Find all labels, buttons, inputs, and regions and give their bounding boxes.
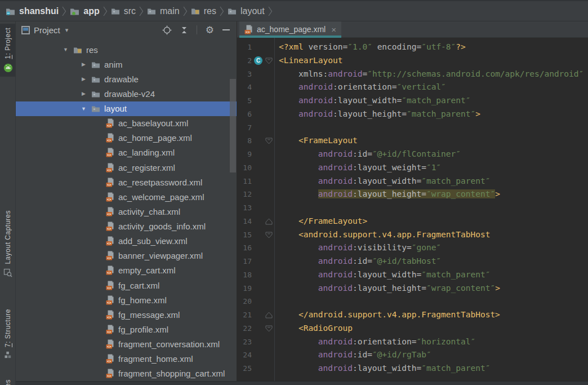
tree-item-fragment-shopping-cart-xml[interactable]: <>fragment_shopping_cart.xml [16,366,237,381]
tab-ac-home-page-xml[interactable]: <> ac_home_page.xml × [239,21,341,37]
code-line-16[interactable]: 16 android:visibility=″gone″ [237,241,588,255]
tree-item-fg-message-xml[interactable]: <>fg_message.xml [16,307,237,322]
xml-file-icon: <> [106,310,114,320]
tree-item-anim[interactable]: ▶anim [16,57,237,72]
tool-stripe-tab-es[interactable]: es [0,375,16,385]
tree-item-fg-cart-xml[interactable]: <>fg_cart.xml [16,278,237,293]
tool-stripe-tab-7-structure[interactable]: 7: Structure [0,305,16,362]
tree-item-fg-profile-xml[interactable]: <>fg_profile.xml [16,322,237,337]
tree-item-drawable-v24[interactable]: ▶drawable-v24 [16,86,237,101]
code-line-23[interactable]: 23 android:orientation=″horizontal″ [237,335,588,349]
code-line-8[interactable]: 8 <FrameLayout [237,134,588,148]
fold-open-icon[interactable] [265,57,273,64]
close-icon[interactable]: × [331,25,336,34]
chevron-collapsed-icon[interactable]: ▶ [80,61,87,67]
tree-item-fg-home-xml[interactable]: <>fg_home.xml [16,293,237,307]
tool-stripe-tab-layout-captures[interactable]: Layout Captures [0,206,16,281]
tree-item-label: fragment_home.xml [118,354,193,364]
tree-item-label: anim [104,60,123,69]
tree-item-drawable[interactable]: ▶drawable [16,72,237,86]
chevron-collapsed-icon[interactable]: ▶ [80,91,87,96]
code-line-15[interactable]: 15 <android.support.v4.app.FragmentTabHo… [237,228,588,242]
tree-item-add-sub-view-xml[interactable]: <>add_sub_view.xml [16,234,237,249]
tree-item-ac-resetpassword-xml[interactable]: <>ac_resetpassword.xml [16,175,237,189]
chevron-expanded-icon[interactable]: ▼ [62,47,69,52]
tree-item-ac-home-page-xml[interactable]: <>ac_home_page.xml [16,131,237,145]
code-line-6[interactable]: 6 android:layout_height=″match_parent″> [237,108,588,121]
locate-icon[interactable] [162,25,172,35]
folder-icon [91,105,100,112]
breadcrumb-item-src[interactable]: src [111,6,136,16]
breadcrumb-item-main[interactable]: main [147,6,180,16]
tree-item-ac-landing-xml[interactable]: <>ac_landing.xml [16,145,237,160]
chevron-down-icon[interactable]: ▾ [65,26,69,34]
code-line-5[interactable]: 5 android:layout_width=″match_parent″ [237,94,588,108]
breadcrumb-item-res[interactable]: res [191,6,216,16]
code-line-18[interactable]: 18 android:layout_width=″match_parent″ [237,268,588,282]
line-number: 8 [237,134,252,148]
breadcrumb-separator-icon [103,6,108,17]
code-line-20[interactable]: 20 [237,295,588,308]
tree-item-empty-cart-xml[interactable]: <>empty_cart.xml [16,263,237,278]
tree-item-res[interactable]: ▼res [16,42,237,57]
tree-item-ac-baselayout-xml[interactable]: <>ac_baselayout.xml [16,116,237,131]
breadcrumb-item-app[interactable]: app [70,6,99,16]
tree-item-label: drawable [104,74,139,84]
code-line-7[interactable]: 7 [237,121,588,135]
tree-item-ac-welcome-page-xml[interactable]: <>ac_welcome_page.xml [16,189,237,204]
code-line-9[interactable]: 9 android:id=″@+id/flContainer″ [237,148,588,161]
chevron-expanded-icon[interactable]: ▼ [80,106,87,112]
tool-stripe-tab-1-project[interactable]: 1: Project [0,24,16,77]
tree-item-activity-chat-xml[interactable]: <>activity_chat.xml [16,204,237,219]
xml-file-icon: <> [106,192,114,202]
code-line-12[interactable]: 12 android:layout_height=″wrap_content″> [237,188,588,201]
breadcrumb-item-layout[interactable]: layout [228,6,265,16]
fold-close-icon[interactable] [265,312,273,318]
code-line-14[interactable]: 14 </FrameLayout> [237,215,588,228]
tree-item-label: ac_resetpassword.xml [118,178,202,187]
code-line-22[interactable]: 22 <RadioGroup [237,322,588,335]
folder-icon [228,7,237,15]
collapse-all-icon[interactable] [180,25,188,35]
xml-file-icon: <> [106,148,114,157]
line-number: 17 [237,255,252,268]
hide-panel-icon[interactable] [222,29,230,30]
fold-open-icon[interactable] [265,325,273,332]
code-line-19[interactable]: 19 android:layout_height=″wrap_content″> [237,282,588,295]
tree-item-ac-register-xml[interactable]: <>ac_register.xml [16,160,237,175]
svg-text:<>: <> [107,330,112,334]
svg-text:<>: <> [107,197,112,202]
code-line-4[interactable]: 4 android:orientation=″vertical″ [237,81,588,94]
related-class-gutter-icon[interactable]: C [254,56,262,65]
settings-icon[interactable]: ⚙ [206,25,214,35]
tree-item-label: add_sub_view.xml [118,236,188,246]
line-number: 6 [237,108,252,121]
code-line-21[interactable]: 21 </android.support.v4.app.FragmentTabH… [237,308,588,322]
code-line-24[interactable]: 24 android:id=″@+id/rgTab″ [237,348,588,362]
project-scrollbar-thumb[interactable] [230,79,236,172]
tree-item-banner-viewpager-xml[interactable]: <>banner_viewpager.xml [16,249,237,263]
tree-item-label: empty_cart.xml [118,265,176,275]
code-line-17[interactable]: 17 android:id=″@+id/tabHost″ [237,255,588,268]
code-line-11[interactable]: 11 android:layout_width=″match_parent″ [237,175,588,188]
fold-close-icon[interactable] [265,218,273,225]
tree-item-layout[interactable]: ▼layout [16,101,237,116]
code-line-1[interactable]: 1<?xml version=″1.0″ encoding=″utf-8″?> [237,41,588,54]
chevron-collapsed-icon[interactable]: ▶ [80,76,87,82]
code-line-25[interactable]: 25 android:layout_width=″match_parent″ [237,362,588,375]
line-number: 4 [237,81,252,94]
project-panel-title[interactable]: Project [34,25,60,35]
fold-open-icon[interactable] [265,232,273,238]
code-editor[interactable]: 1<?xml version=″1.0″ encoding=″utf-8″?>2… [237,38,588,384]
tree-item-fragment-conversation-xml[interactable]: <>fragment_conversation.xml [16,337,237,352]
fold-open-icon[interactable] [265,138,273,144]
code-line-3[interactable]: 3 xmlns:android=″http://schemas.android.… [237,68,588,81]
breadcrumb-item-shanshui[interactable]: shanshui [6,6,59,16]
code-line-10[interactable]: 10 android:layout_weight=″1″ [237,161,588,175]
folder-icon [91,61,100,68]
code-line-13[interactable]: 13 [237,201,588,215]
svg-text:<>: <> [107,227,112,231]
tree-item-activity-goods-info-xml[interactable]: <>activity_goods_info.xml [16,219,237,234]
tree-item-fragment-home-xml[interactable]: <>fragment_home.xml [16,352,237,366]
code-line-2[interactable]: 2C<LinearLayout [237,54,588,68]
